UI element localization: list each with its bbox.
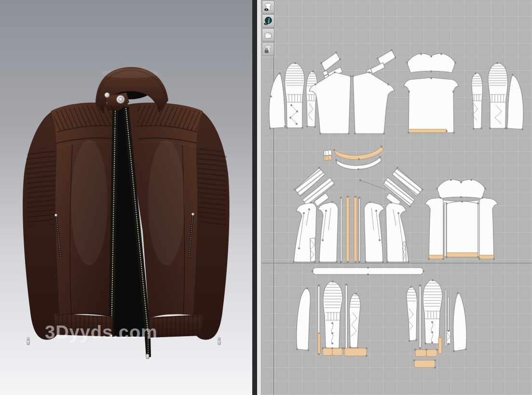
2d-pattern-panel[interactable]: [261, 0, 532, 395]
folder-icon: [263, 29, 273, 41]
panel-gutter: [257, 0, 261, 395]
pattern-waistband[interactable]: [312, 267, 424, 275]
pattern-sleeve-group-top-right[interactable]: [472, 62, 523, 130]
shirt-eye-icon: [263, 1, 273, 13]
pattern-front-group-top[interactable]: [309, 49, 396, 135]
snap-button: [117, 95, 125, 104]
3d-viewport[interactable]: 3Dyyds.com: [0, 0, 252, 395]
pattern-pieces-canvas[interactable]: [261, 0, 532, 395]
lock-garment-button[interactable]: [262, 42, 274, 55]
pattern-sleeve-group-bottom-left[interactable]: [296, 281, 368, 357]
pattern-sleeve-group-bottom-right[interactable]: [407, 279, 467, 368]
garment-design-app: 3Dyyds.com: [0, 0, 532, 395]
pattern-front-lining-group[interactable]: [293, 196, 409, 263]
show-pattern-paper-button[interactable]: [262, 28, 274, 41]
cuff-zipper-pulls[interactable]: [27, 335, 220, 359]
pattern-toolbar: [262, 0, 274, 55]
shirt-lock-icon: [263, 43, 273, 54]
pattern-sleeve-group-top-left[interactable]: [269, 62, 317, 129]
show-garment-button[interactable]: [262, 0, 274, 14]
panel-divider[interactable]: [252, 0, 257, 395]
pattern-cuff-facings-right[interactable]: [413, 349, 438, 368]
pattern-collar-bands[interactable]: [324, 146, 383, 170]
show-information-button[interactable]: [262, 14, 274, 27]
snap-button-small: [105, 93, 109, 97]
jacket-3d-model[interactable]: [0, 0, 252, 395]
info-eye-icon: [263, 15, 273, 27]
pattern-cuff-facings-left[interactable]: [322, 347, 368, 357]
pattern-back-group-lower[interactable]: [425, 179, 498, 260]
pattern-back-group-top[interactable]: [404, 53, 459, 134]
